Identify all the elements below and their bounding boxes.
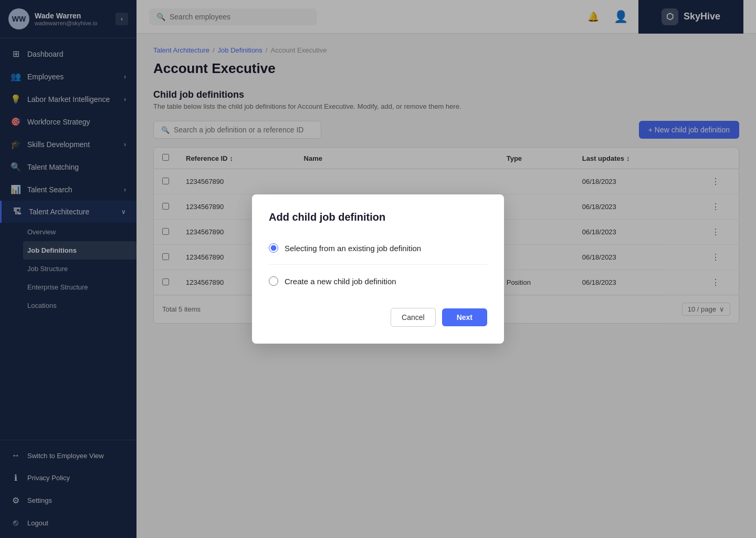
cancel-button[interactable]: Cancel — [391, 308, 436, 327]
option-new-label: Create a new child job definition — [285, 277, 396, 286]
page-content: Talent Architecture / Job Definitions / … — [136, 34, 756, 538]
option-new[interactable]: Create a new child job definition — [269, 269, 487, 293]
radio-new[interactable] — [269, 276, 278, 286]
option-existing[interactable]: Selecting from an existing job definitio… — [269, 236, 487, 260]
modal-title: Add child job definition — [269, 211, 487, 223]
option-existing-label: Selecting from an existing job definitio… — [285, 244, 421, 253]
modal-overlay[interactable]: Add child job definition Selecting from … — [136, 34, 756, 538]
modal-divider — [269, 264, 487, 265]
modal-actions: Cancel Next — [269, 308, 487, 327]
next-button[interactable]: Next — [442, 308, 487, 326]
main-area: 🔍 🔔 👤 ⬡ SkyHive Talent Architecture / Jo… — [136, 0, 756, 538]
radio-existing[interactable] — [269, 243, 278, 253]
add-child-job-modal: Add child job definition Selecting from … — [252, 194, 504, 344]
